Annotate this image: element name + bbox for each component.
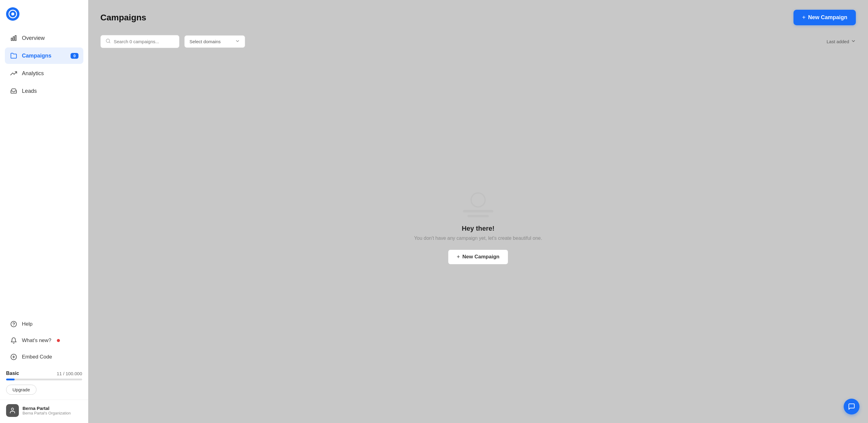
sidebar-item-overview-label: Overview <box>22 35 45 41</box>
plan-progress-fill <box>6 379 14 381</box>
sidebar-nav: Overview Campaigns 0 Analytics <box>0 27 88 312</box>
empty-head-shape <box>470 192 486 208</box>
sidebar-item-help-label: Help <box>22 321 33 327</box>
user-info: Berna Partal Berna Partal's Organization <box>23 406 82 415</box>
sidebar-item-campaigns[interactable]: Campaigns 0 <box>5 48 83 64</box>
empty-line-2 <box>467 215 489 217</box>
sidebar-item-analytics-label: Analytics <box>22 70 44 77</box>
empty-illustration <box>463 192 493 217</box>
campaigns-badge: 0 <box>70 53 79 59</box>
avatar <box>6 404 19 417</box>
sidebar-item-campaigns-label: Campaigns <box>22 53 52 59</box>
sidebar-item-whats-new-label: What's new? <box>22 337 52 343</box>
sidebar-item-embed-code[interactable]: Embed Code <box>5 350 83 365</box>
svg-rect-1 <box>13 36 14 40</box>
main-header: Campaigns + New Campaign <box>100 10 856 25</box>
sidebar-item-overview[interactable]: Overview <box>5 30 83 46</box>
inbox-icon <box>10 87 18 95</box>
empty-lines <box>463 210 493 217</box>
sidebar-item-analytics[interactable]: Analytics <box>5 65 83 82</box>
sidebar-item-whats-new[interactable]: What's new? <box>5 333 83 348</box>
upgrade-button[interactable]: Upgrade <box>6 385 36 395</box>
folder-icon <box>10 52 18 60</box>
logo-dot <box>11 12 14 16</box>
logo-inner <box>8 10 17 18</box>
empty-line-1 <box>463 210 493 212</box>
sidebar-bottom-nav: Help What's new? Embed Code <box>0 312 88 366</box>
plan-header: Basic 11 / 100.000 <box>6 371 82 376</box>
empty-state: Hey there! You don't have any campaign y… <box>100 43 856 413</box>
new-campaign-button-empty[interactable]: + New Campaign <box>448 249 508 265</box>
bell-icon <box>10 337 18 344</box>
empty-action-label: New Campaign <box>462 254 499 260</box>
svg-rect-2 <box>15 36 17 41</box>
plus-icon: + <box>802 14 806 21</box>
chat-button[interactable] <box>844 399 860 415</box>
page-title: Campaigns <box>100 13 146 23</box>
user-name: Berna Partal <box>23 406 82 411</box>
empty-title: Hey there! <box>462 224 495 233</box>
sidebar-item-leads[interactable]: Leads <box>5 83 83 99</box>
app-logo[interactable] <box>6 7 20 21</box>
svg-rect-0 <box>11 38 12 40</box>
plan-section: Basic 11 / 100.000 Upgrade <box>0 366 88 398</box>
plan-name: Basic <box>6 371 19 376</box>
svg-point-8 <box>11 408 13 410</box>
sidebar-item-leads-label: Leads <box>22 88 37 94</box>
logo-area <box>0 0 88 27</box>
chart-bar-icon <box>10 34 18 42</box>
trending-up-icon <box>10 69 18 77</box>
new-campaign-label: New Campaign <box>808 14 847 21</box>
sidebar-item-help[interactable]: Help <box>5 316 83 332</box>
svg-line-10 <box>109 42 110 43</box>
new-campaign-button-header[interactable]: + New Campaign <box>794 10 856 25</box>
sidebar-item-embed-code-label: Embed Code <box>22 354 52 360</box>
user-section[interactable]: Berna Partal Berna Partal's Organization <box>0 399 88 423</box>
sidebar: Overview Campaigns 0 Analytics <box>0 0 88 423</box>
embed-icon <box>10 353 18 361</box>
whats-new-notification-dot <box>57 339 60 342</box>
plan-count: 11 / 100.000 <box>57 371 82 376</box>
help-circle-icon <box>10 320 18 328</box>
main-content: Campaigns + New Campaign Select domains <box>88 0 868 423</box>
empty-subtitle: You don't have any campaign yet, let's c… <box>414 236 542 241</box>
plan-progress-bar <box>6 379 82 381</box>
plus-icon-empty: + <box>457 254 460 260</box>
user-org: Berna Partal's Organization <box>23 411 82 415</box>
